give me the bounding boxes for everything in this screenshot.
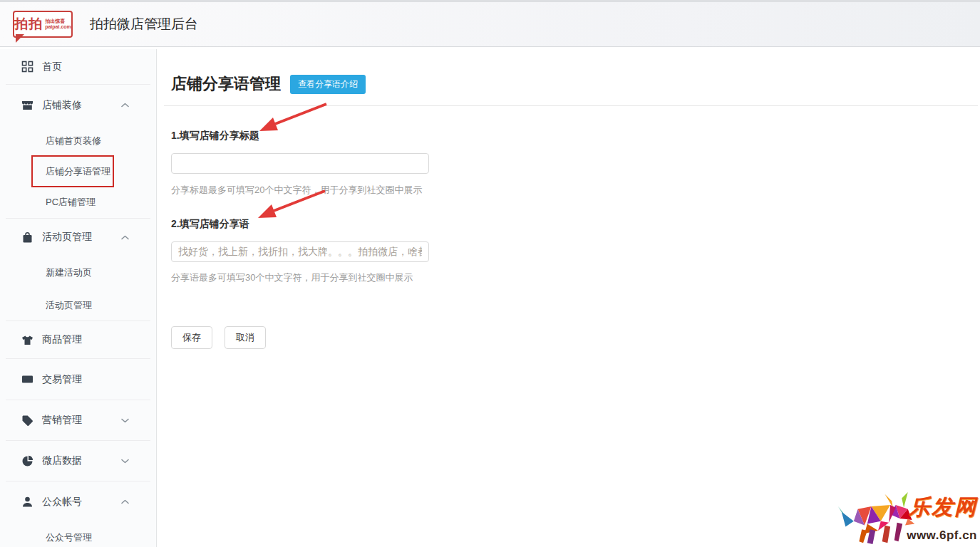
storefront-icon	[21, 99, 33, 111]
logo-domain: paipai.com	[45, 24, 71, 30]
sidebar-item-label: 店铺首页装修	[46, 135, 101, 147]
sidebar-item-public-account-management[interactable]: 公众号管理	[6, 522, 150, 547]
chevron-up-icon[interactable]	[121, 499, 129, 504]
app-title: 拍拍微店管理后台	[90, 15, 198, 33]
chevron-up-icon[interactable]	[121, 235, 129, 240]
sidebar-item-label: 首页	[42, 61, 62, 73]
tag-icon	[21, 415, 33, 427]
pie-icon	[21, 455, 33, 467]
sidebar-item-trade-management[interactable]: 交易管理	[6, 359, 150, 400]
logo-bubble-tail	[16, 34, 24, 43]
sidebar-item-label: 活动页管理	[42, 231, 92, 244]
sidebar-item-store-data[interactable]: 微店数据	[6, 441, 150, 481]
view-share-phrase-intro-button[interactable]: 查看分享语介绍	[290, 75, 366, 94]
sidebar-item-label: 商品管理	[42, 333, 82, 346]
sidebar-item-shop-home-decoration[interactable]: 店铺首页装修	[6, 125, 150, 156]
chevron-down-icon[interactable]	[121, 459, 129, 464]
sidebar-item-activity-page-management[interactable]: 活动页管理	[6, 219, 150, 256]
sidebar-item-product-management[interactable]: 商品管理	[6, 321, 150, 358]
sidebar-item-label: 公众号管理	[46, 531, 92, 544]
share-title-section-label: 1.填写店铺分享标题	[171, 130, 980, 142]
main-content: 店铺分享语管理 查看分享语介绍 1.填写店铺分享标题 分享标题最多可填写20个中…	[157, 49, 980, 547]
sidebar-item-label: 微店数据	[42, 454, 82, 467]
save-button[interactable]: 保存	[171, 326, 212, 349]
sidebar-item-label: 交易管理	[42, 373, 82, 386]
sidebar-item-shop-decoration[interactable]: 店铺装修	[6, 85, 150, 125]
sidebar-item-pc-shop-management[interactable]: PC店铺管理	[6, 187, 150, 218]
sidebar-item-home[interactable]: 首页	[6, 49, 150, 84]
sidebar-item-label: PC店铺管理	[46, 196, 96, 209]
sidebar-item-label: 店铺装修	[42, 99, 82, 112]
user-icon	[21, 496, 33, 508]
watermark-site-name: 乐发网	[909, 493, 977, 522]
sidebar-item-marketing-management[interactable]: 营销管理	[6, 400, 150, 440]
sidebar-item-label: 活动页管理	[46, 299, 92, 312]
sidebar-item-share-phrase-management[interactable]: 店铺分享语管理	[6, 156, 150, 187]
sidebar-item-label: 新建活动页	[46, 266, 92, 279]
tshirt-icon	[21, 334, 33, 346]
share-phrase-help-text: 分享语最多可填写30个中文字符，用于分享到社交圈中展示	[171, 271, 980, 284]
chevron-up-icon[interactable]	[121, 103, 129, 108]
page-title: 店铺分享语管理	[171, 73, 281, 95]
sidebar-item-label: 营销管理	[42, 414, 82, 427]
bag-icon	[21, 231, 33, 244]
chevron-down-icon[interactable]	[121, 418, 129, 423]
share-phrase-section-label: 2.填写店铺分享语	[171, 218, 980, 231]
paipai-logo: 拍拍 拍出惊喜 paipai.com	[13, 11, 73, 38]
sidebar-item-label: 公众帐号	[42, 496, 82, 509]
logo-text: 拍拍	[14, 15, 43, 33]
app-header: 拍拍 拍出惊喜 paipai.com 拍拍微店管理后台	[0, 0, 980, 47]
sidebar-item-activity-page-list[interactable]: 活动页管理	[6, 290, 150, 321]
grid-icon	[21, 61, 33, 73]
card-icon	[21, 373, 33, 385]
title-divider	[164, 105, 978, 106]
sidebar: 首页 店铺装修 店铺首页装修 店铺分享语管理 PC店铺管理	[0, 49, 157, 547]
watermark-site-url: www.6pf.cn	[907, 528, 977, 543]
sidebar-item-public-account[interactable]: 公众帐号	[6, 481, 150, 522]
logo-tagline: 拍出惊喜	[45, 19, 71, 24]
share-title-input[interactable]	[171, 153, 429, 174]
share-title-help-text: 分享标题最多可填写20个中文字符，用于分享到社交圈中展示	[171, 184, 980, 197]
cancel-button[interactable]: 取消	[225, 326, 266, 349]
watermark-logo: 乐发网 www.6pf.cn	[832, 491, 980, 547]
sidebar-item-label: 店铺分享语管理	[46, 165, 110, 178]
sidebar-item-new-activity-page[interactable]: 新建活动页	[6, 256, 150, 290]
share-phrase-input[interactable]	[171, 241, 429, 262]
